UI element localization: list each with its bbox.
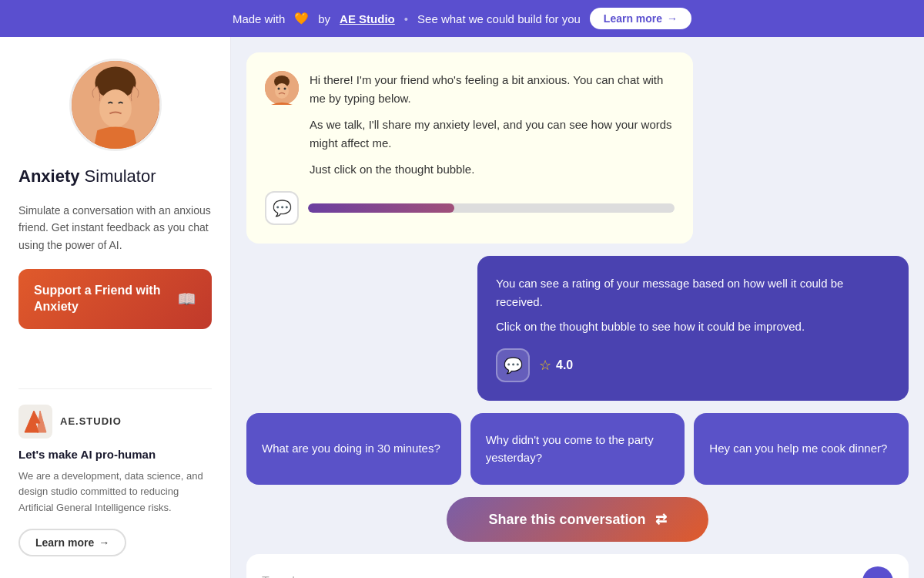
sidebar-title-rest: Simulator: [79, 166, 156, 186]
sidebar-description: Simulate a conversation with an anxious …: [18, 202, 212, 254]
svg-point-8: [284, 88, 286, 90]
learn-more-arrow-icon: →: [99, 536, 109, 549]
share-label: Share this conversation: [488, 512, 645, 528]
ae-studio-section: AE.STUDIO Let's make AI pro-human We are…: [18, 388, 212, 556]
anxiety-progress-bar: [308, 203, 675, 213]
main-content: Hi there! I'm your friend who's feeling …: [231, 37, 924, 578]
quick-replies: What are you doing in 30 minutes? Why di…: [246, 413, 909, 485]
ae-studio-logo-text: AE.STUDIO: [60, 415, 122, 427]
ae-logo-row: AE.STUDIO: [18, 405, 212, 439]
support-btn-text: Support a Friend with Anxiety: [34, 283, 177, 315]
separator: •: [404, 12, 408, 25]
svg-point-6: [275, 83, 289, 99]
svg-point-7: [278, 88, 280, 90]
ae-studio-link[interactable]: AE Studio: [340, 12, 395, 25]
thought-bubble-row: 💬: [265, 191, 675, 225]
rating-card: You can see a rating of your message bas…: [477, 256, 909, 401]
chat-header: Hi there! I'm your friend who's feeling …: [265, 71, 675, 179]
avatar: [69, 59, 162, 151]
chat-intro-bubble: Hi there! I'm your friend who's feeling …: [246, 52, 693, 244]
input-area: ↑: [246, 554, 909, 578]
sidebar-title-block: Anxiety Simulator: [18, 166, 212, 187]
main-layout: Anxiety Simulator Simulate a conversatio…: [0, 37, 924, 578]
by-text: by: [318, 12, 330, 25]
rating-score: 4.0: [556, 358, 573, 372]
share-icon: ⇄: [655, 511, 667, 528]
learn-more-button[interactable]: Learn more →: [18, 529, 126, 556]
send-icon: ↑: [875, 574, 882, 579]
book-icon: 📖: [177, 289, 196, 309]
top-banner: Made with 🧡 by AE Studio • See what we c…: [0, 0, 924, 37]
star-icon: ☆: [539, 357, 551, 374]
quick-reply-0[interactable]: What are you doing in 30 minutes?: [246, 413, 461, 485]
made-with-text: Made with: [233, 12, 285, 25]
rating-text: You can see a rating of your message bas…: [496, 274, 890, 336]
svg-point-2: [99, 89, 132, 127]
quick-reply-1[interactable]: Why didn't you come to the party yesterd…: [470, 413, 685, 485]
chat-input[interactable]: [262, 575, 862, 578]
ae-tagline: Let's make AI pro-human: [18, 448, 212, 461]
share-conversation-button[interactable]: Share this conversation ⇄: [447, 497, 708, 542]
chat-avatar: [265, 71, 299, 105]
send-button[interactable]: ↑: [862, 566, 893, 578]
sidebar-title-bold: Anxiety: [18, 166, 79, 186]
avatar-container: [18, 59, 212, 151]
sidebar-title: Anxiety Simulator: [18, 166, 212, 187]
see-text: See what we could build for you: [417, 12, 581, 25]
banner-learn-more-button[interactable]: Learn more →: [590, 8, 691, 29]
rating-row: 💬 ☆ 4.0: [496, 348, 890, 382]
ae-description: We are a development, data science, and …: [18, 469, 212, 516]
anxiety-progress-fill: [308, 203, 454, 213]
arrow-icon: →: [667, 12, 678, 25]
heart-icon: 🧡: [294, 12, 309, 25]
sidebar: Anxiety Simulator Simulate a conversatio…: [0, 37, 231, 578]
support-friend-button[interactable]: Support a Friend with Anxiety 📖: [18, 269, 212, 329]
ae-logo-icon: [18, 405, 52, 439]
chat-intro-text: Hi there! I'm your friend who's feeling …: [310, 71, 675, 179]
thought-bubble-button[interactable]: 💬: [265, 191, 299, 225]
star-rating: ☆ 4.0: [539, 357, 573, 374]
thought-bubble-dark-button[interactable]: 💬: [496, 348, 530, 382]
quick-reply-2[interactable]: Hey can you help me cook dinner?: [694, 413, 909, 485]
